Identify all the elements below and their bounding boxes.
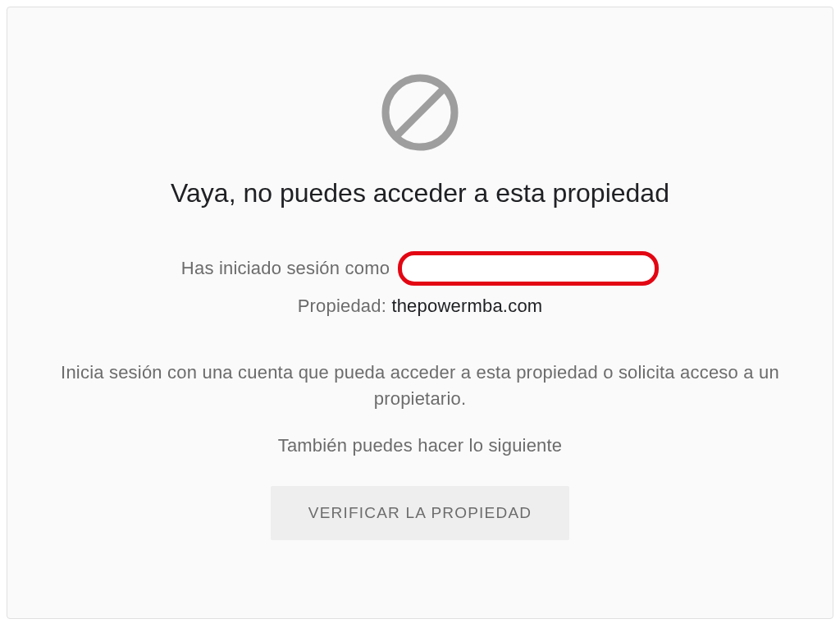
error-title: Vaya, no puedes acceder a esta propiedad [171,178,669,209]
property-line: Propiedad: thepowermba.com [298,296,543,317]
property-label: Propiedad: [298,296,386,316]
instruction-text: Inicia sesión con una cuenta que pueda a… [59,360,781,412]
verify-property-button[interactable]: VERIFICAR LA PROPIEDAD [271,486,569,540]
svg-line-1 [397,89,443,135]
user-email-redacted [398,251,659,286]
property-value: thepowermba.com [391,296,542,316]
also-text: También puedes hacer lo siguiente [278,435,563,456]
session-line: Has iniciado sesión como [181,251,659,286]
prohibit-icon [379,71,461,154]
session-label: Has iniciado sesión como [181,258,390,279]
access-denied-card: Vaya, no puedes acceder a esta propiedad… [7,7,833,619]
